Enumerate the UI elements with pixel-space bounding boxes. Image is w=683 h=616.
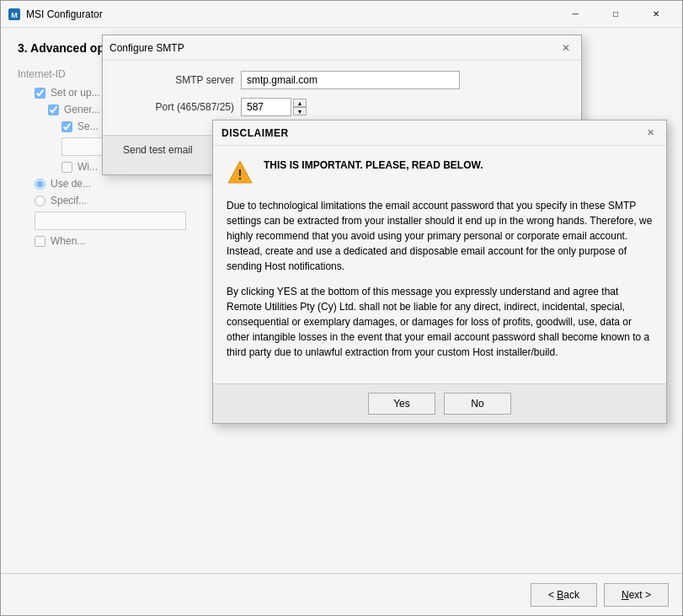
smtp-title-bar: Configure SMTP ✕ xyxy=(103,35,581,61)
app-icon: M xyxy=(8,8,21,21)
close-button[interactable]: ✕ xyxy=(637,2,675,27)
disclaimer-footer: Yes No xyxy=(213,383,666,423)
app-title: MSI Configurator xyxy=(26,8,556,20)
disclaimer-dialog: DISCLAIMER ✕ ! THIS IS IMPORTANT. PLEASE… xyxy=(212,120,667,424)
internet-id-label: Internet-ID xyxy=(18,68,66,80)
disclaimer-close-button[interactable]: ✕ xyxy=(643,126,658,141)
smtp-server-label: SMTP server xyxy=(116,74,234,86)
smtp-port-input[interactable] xyxy=(241,98,291,116)
disclaimer-important-text: THIS IS IMPORTANT. PLEASE, READ BELOW. xyxy=(264,159,483,176)
disclaimer-paragraph1: Due to technological limitations the ema… xyxy=(227,198,653,274)
disclaimer-body: ! THIS IS IMPORTANT. PLEASE, READ BELOW.… xyxy=(213,146,666,383)
svg-text:!: ! xyxy=(237,168,242,182)
smtp-dialog-title: Configure SMTP xyxy=(109,42,558,54)
disclaimer-title-bar: DISCLAIMER ✕ xyxy=(213,121,666,146)
use-de-radio[interactable] xyxy=(35,179,45,190)
svg-text:M: M xyxy=(11,11,18,19)
next-button[interactable]: Next > xyxy=(604,583,669,607)
port-increment-button[interactable]: ▲ xyxy=(293,99,307,107)
port-wrapper: ▲ ▼ xyxy=(241,98,307,116)
set-up-checkbox[interactable] xyxy=(35,88,45,99)
se-checkbox[interactable] xyxy=(61,121,72,132)
port-spinner: ▲ ▼ xyxy=(293,99,307,115)
smtp-port-label: Port (465/587/25) xyxy=(116,101,234,113)
title-bar: M MSI Configurator ─ □ ✕ xyxy=(1,1,682,28)
disclaimer-title: DISCLAIMER xyxy=(221,127,643,139)
disclaimer-paragraph2: By clicking YES at the bottom of this me… xyxy=(227,284,653,360)
smtp-close-button[interactable]: ✕ xyxy=(558,40,574,56)
warning-icon: ! xyxy=(227,159,253,186)
specif-radio[interactable] xyxy=(35,196,45,206)
main-window: M MSI Configurator ─ □ ✕ 3. Advanced opt… xyxy=(0,0,683,616)
port-decrement-button[interactable]: ▼ xyxy=(293,107,307,115)
maximize-button[interactable]: □ xyxy=(596,2,635,27)
disclaimer-yes-button[interactable]: Yes xyxy=(368,393,435,415)
bottom-nav: < Back Next > xyxy=(1,573,682,615)
window-controls: ─ □ ✕ xyxy=(556,2,675,27)
general-checkbox[interactable] xyxy=(48,104,59,115)
smtp-port-row: Port (465/587/25) ▲ ▼ xyxy=(116,98,568,116)
back-button[interactable]: < Back xyxy=(531,583,597,607)
wi-checkbox[interactable] xyxy=(61,162,72,173)
disclaimer-no-button[interactable]: No xyxy=(444,393,511,415)
smtp-dialog: Configure SMTP ✕ SMTP server Port (465/5… xyxy=(102,35,582,175)
disclaimer-warning-row: ! THIS IS IMPORTANT. PLEASE, READ BELOW. xyxy=(227,159,653,186)
when-checkbox[interactable] xyxy=(35,236,45,247)
smtp-server-row: SMTP server xyxy=(116,71,568,89)
smtp-server-input[interactable] xyxy=(241,71,460,89)
minimize-button[interactable]: ─ xyxy=(556,2,595,27)
